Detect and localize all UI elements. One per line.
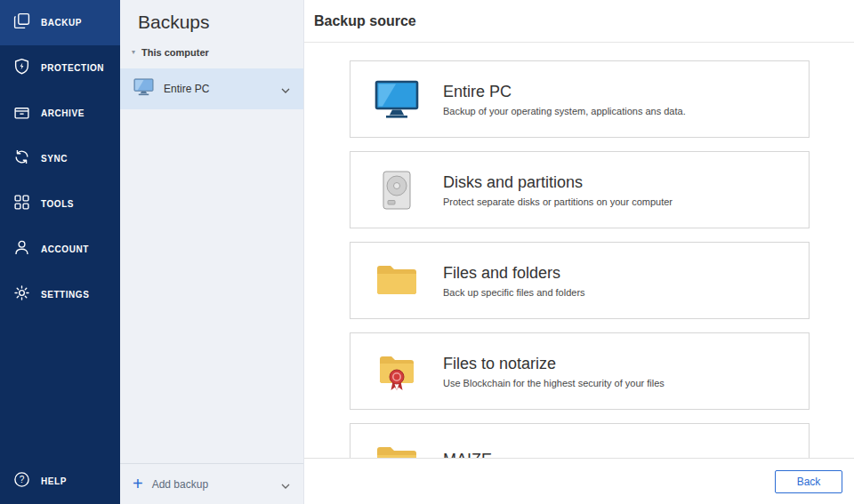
sidebar-item-sync[interactable]: SYNC [0,136,120,181]
sidebar-item-archive[interactable]: ARCHIVE [0,91,120,136]
monitor-icon [133,78,154,100]
archive-box-icon [13,103,30,124]
computer-group-label: This computer [141,47,209,58]
sidebar-item-label: ARCHIVE [41,108,85,118]
computer-group-toggle[interactable]: ▾ This computer [120,44,303,61]
footer-bar: Back [304,458,854,504]
sidebar-item-label: PROTECTION [41,63,104,73]
notarize-folder-icon [350,352,443,391]
backup-item-label: Entire PC [164,83,271,95]
sidebar-item-label: BACKUP [41,18,82,28]
card-title: MAIZE [443,451,492,459]
backup-icon [13,12,30,33]
card-title: Disks and partitions [443,173,673,192]
card-title: Files to notarize [443,355,665,373]
source-card-files-to-notarize[interactable]: Files to notarize Use Blockchain for the… [350,332,810,410]
card-text: Files to notarize Use Blockchain for the… [443,355,665,388]
card-title: Files and folders [443,264,585,283]
card-subtitle: Back up specific files and folders [443,287,585,298]
source-card-maize[interactable]: MAIZE [350,423,810,458]
panel-title: Backups [120,0,303,44]
card-text: MAIZE [443,451,492,459]
card-text: Files and folders Back up specific files… [443,264,585,298]
sidebar-item-label: ACCOUNT [41,244,89,254]
main-content: Backup source Entire PC Backup of your o… [304,0,854,504]
chevron-down-icon [281,81,290,97]
page-title: Backup source [314,13,416,29]
back-button[interactable]: Back [775,470,842,493]
sidebar-item-account[interactable]: ACCOUNT [0,227,120,272]
account-person-icon [13,239,30,260]
caret-down-icon: ▾ [132,49,135,56]
sidebar-item-label: HELP [41,476,67,486]
sidebar-item-protection[interactable]: PROTECTION [0,45,120,91]
content-header: Backup source [304,0,854,43]
help-icon: ? [13,471,30,492]
card-text: Disks and partitions Protect separate di… [443,173,673,207]
source-card-entire-pc[interactable]: Entire PC Backup of your operating syste… [350,60,810,138]
app-window: BACKUP PROTECTION ARCHIVE [0,0,854,504]
hard-disk-icon [350,171,443,210]
card-text: Entire PC Backup of your operating syste… [443,83,686,116]
backup-source-list: Entire PC Backup of your operating syste… [304,43,854,458]
source-card-disks-partitions[interactable]: Disks and partitions Protect separate di… [350,151,810,228]
card-subtitle: Protect separate disks or partitions on … [443,196,673,207]
sync-arrows-icon [13,148,30,169]
card-subtitle: Backup of your operating system, applica… [443,106,686,116]
sidebar-item-settings[interactable]: SETTINGS [0,272,120,317]
card-title: Entire PC [443,83,686,101]
svg-text:?: ? [20,475,25,484]
monitor-icon [350,80,443,119]
plus-icon: + [133,475,143,492]
sidebar-item-backup[interactable]: BACKUP [0,0,120,45]
shield-icon [13,58,30,78]
add-backup-button[interactable]: + Add backup [120,463,303,504]
sidebar-item-label: SETTINGS [41,290,89,300]
backup-list-item-entire-pc[interactable]: Entire PC [120,68,303,109]
backups-panel: Backups ▾ This computer Entire PC + Add … [120,0,304,504]
card-subtitle: Use Blockchain for the highest security … [443,378,665,388]
folder-icon [350,261,443,300]
main-sidebar: BACKUP PROTECTION ARCHIVE [0,0,120,504]
tools-grid-icon [13,194,30,214]
chevron-down-icon [281,476,290,492]
folder-icon [350,443,443,459]
sidebar-item-label: TOOLS [41,199,74,209]
source-card-files-folders[interactable]: Files and folders Back up specific files… [350,242,810,319]
add-backup-label: Add backup [152,478,272,491]
sidebar-item-help[interactable]: ? HELP [0,458,120,504]
sidebar-spacer [0,317,120,458]
settings-gear-icon [13,284,30,305]
sidebar-item-label: SYNC [41,154,68,164]
sidebar-item-tools[interactable]: TOOLS [0,181,120,227]
